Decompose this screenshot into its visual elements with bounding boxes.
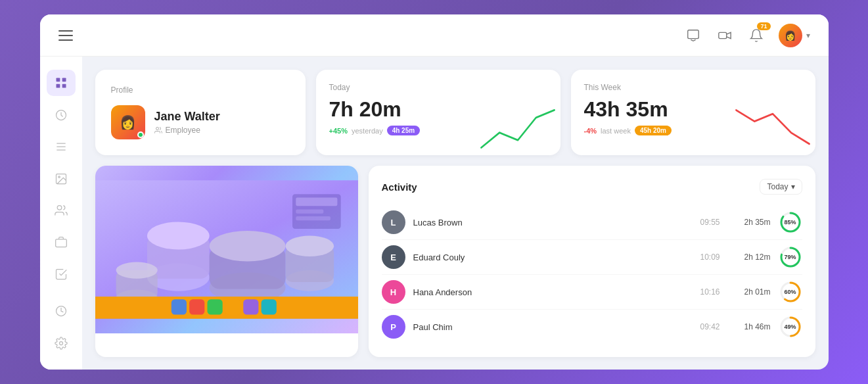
table-row: H Hana Anderson 10:16 2h 01m 60% <box>382 275 802 310</box>
this-week-card: This Week 43h 35m -4% last week 45h 20m <box>571 70 815 155</box>
svg-rect-1 <box>718 32 726 38</box>
screenshot-card <box>95 166 358 357</box>
progress-circle: 60% <box>779 280 802 304</box>
avatar: P <box>382 315 405 339</box>
svg-rect-4 <box>56 84 60 88</box>
progress-label: 49% <box>784 324 796 330</box>
today-change: +45% <box>329 127 348 135</box>
user-avatar-menu[interactable]: 👩 ▾ <box>779 24 810 47</box>
table-row: L Lucas Brown 09:55 2h 35m 85% <box>382 205 802 240</box>
svg-rect-28 <box>296 198 337 206</box>
video-icon[interactable] <box>716 26 734 45</box>
svg-point-26 <box>116 262 157 278</box>
svg-rect-0 <box>687 30 698 38</box>
user-duration: 2h 12m <box>735 252 771 262</box>
profile-name: Jane Walter <box>154 110 220 124</box>
activity-title: Activity <box>382 181 417 193</box>
profile-avatar-wrap: 👩 <box>111 105 145 139</box>
svg-point-9 <box>57 205 62 210</box>
progress-label: 85% <box>784 219 796 226</box>
svg-rect-5 <box>62 84 66 88</box>
user-duration: 2h 35m <box>735 218 771 227</box>
progress-label: 79% <box>784 254 796 260</box>
week-period: last week <box>601 127 631 135</box>
main-content: Profile 👩 Jane Walter <box>82 57 829 370</box>
top-cards-row: Profile 👩 Jane Walter <box>95 70 815 155</box>
profile-role: Employee <box>154 126 220 135</box>
employee-icon <box>154 126 162 134</box>
progress-label: 60% <box>784 289 796 295</box>
svg-rect-35 <box>225 299 240 314</box>
notifications-icon[interactable]: 71 <box>747 26 765 45</box>
today-chart <box>475 70 560 155</box>
progress-circle: 85% <box>779 210 802 234</box>
progress-circle: 49% <box>779 315 802 339</box>
svg-rect-33 <box>189 299 204 314</box>
user-time: 10:16 <box>694 287 727 297</box>
profile-section-label: Profile <box>111 85 290 95</box>
activity-card: Activity Today ▾ L Lucas Brown 09:55 2h … <box>369 166 815 357</box>
svg-rect-3 <box>62 78 66 82</box>
activity-list: L Lucas Brown 09:55 2h 35m 85% E Eduard … <box>382 205 802 344</box>
chevron-down-icon: ▾ <box>806 31 810 40</box>
svg-point-20 <box>209 231 285 261</box>
today-card: Today 7h 20m +45% yesterday 4h 25m <box>316 70 560 155</box>
user-name: Paul Chim <box>413 322 686 332</box>
hamburger-menu[interactable] <box>58 30 73 41</box>
notifications-badge: 71 <box>757 22 770 30</box>
user-time: 09:55 <box>694 218 727 227</box>
svg-rect-34 <box>207 299 222 314</box>
svg-rect-36 <box>243 299 258 314</box>
sidebar <box>40 57 82 370</box>
svg-point-13 <box>156 128 158 130</box>
week-badge: 45h 20m <box>635 126 672 135</box>
today-badge: 4h 25m <box>387 126 420 135</box>
user-name: Eduard Couly <box>413 252 686 262</box>
user-time: 10:09 <box>694 252 727 262</box>
profile-card: Profile 👩 Jane Walter <box>95 70 306 155</box>
avatar: E <box>382 245 405 269</box>
sidebar-item-list[interactable] <box>47 133 76 160</box>
svg-rect-29 <box>296 209 323 213</box>
app-window: 71 👩 ▾ <box>40 14 829 370</box>
chat-icon[interactable] <box>684 26 702 45</box>
svg-point-17 <box>147 222 209 249</box>
svg-point-8 <box>58 176 60 178</box>
activity-filter-dropdown[interactable]: Today ▾ <box>760 179 802 195</box>
user-name: Lucas Brown <box>413 218 686 228</box>
sidebar-item-checklist[interactable] <box>47 261 76 287</box>
user-duration: 1h 46m <box>735 322 771 331</box>
bottom-row: Activity Today ▾ L Lucas Brown 09:55 2h … <box>95 166 815 357</box>
avatar: L <box>382 210 405 234</box>
svg-rect-2 <box>56 78 60 82</box>
table-row: E Eduard Couly 10:09 2h 12m 79% <box>382 240 802 275</box>
sidebar-item-image[interactable] <box>47 165 76 191</box>
titlebar: 71 👩 ▾ <box>40 14 829 57</box>
week-chart <box>730 70 815 155</box>
sidebar-item-briefcase[interactable] <box>47 229 76 255</box>
sidebar-item-team[interactable] <box>47 197 76 224</box>
svg-point-12 <box>59 341 62 345</box>
user-time: 09:42 <box>694 322 727 331</box>
svg-rect-32 <box>171 299 186 314</box>
sidebar-item-timer[interactable] <box>47 298 76 324</box>
svg-rect-37 <box>261 299 276 314</box>
progress-circle: 79% <box>779 245 802 269</box>
chevron-down-icon: ▾ <box>791 182 795 191</box>
svg-rect-10 <box>55 239 66 247</box>
table-row: P Paul Chim 09:42 1h 46m 49% <box>382 310 802 344</box>
sidebar-item-clock[interactable] <box>47 101 76 128</box>
sidebar-item-dashboard[interactable] <box>47 70 76 96</box>
week-change: -4% <box>584 127 597 135</box>
today-period: yesterday <box>352 127 383 135</box>
svg-rect-30 <box>296 216 331 220</box>
user-name: Hana Anderson <box>413 287 686 297</box>
svg-point-23 <box>285 235 334 256</box>
avatar: H <box>382 280 405 304</box>
online-status-dot <box>137 132 144 138</box>
screenshot-svg <box>95 166 358 333</box>
screenshot-preview <box>95 166 358 333</box>
avatar: 👩 <box>779 24 802 47</box>
sidebar-item-settings[interactable] <box>47 330 76 356</box>
activity-header: Activity Today ▾ <box>382 179 802 195</box>
